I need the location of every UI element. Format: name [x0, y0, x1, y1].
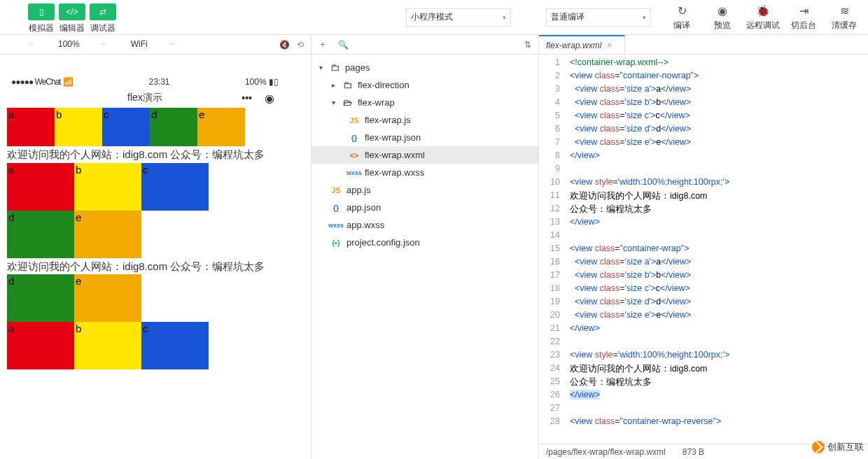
editor-tabs: flex-wrap.wxml× [539, 35, 868, 55]
mode-select[interactable]: 小程序模式▾ [406, 8, 511, 27]
tree-file-json[interactable]: {}flex-wrap.json [312, 129, 538, 146]
tree-file-wxml[interactable]: <>flex-wrap.wxml [312, 146, 538, 164]
box-d: d [7, 274, 74, 322]
background-icon: ⇥ [799, 3, 808, 18]
code-editor[interactable]: 1234567891011121314151617181920212223242… [539, 55, 868, 444]
welcome-text: 欢迎访问我的个人网站：idig8.com 公众号：编程坑太多 [7, 146, 283, 163]
remote-debug-button[interactable]: 🐞远程调试 [746, 3, 780, 31]
caret-down-icon: ﹀ [169, 41, 175, 48]
clear-cache-button[interactable]: ≋清缓存 [827, 3, 861, 31]
editor-label: 编辑器 [59, 22, 85, 34]
remote-debug-icon: 🐞 [756, 3, 770, 18]
simulator-content: a b c d e 欢迎访问我的个人网站：idig8.com 公众号：编程坑太多… [7, 108, 283, 369]
search-icon[interactable]: 🔍 [338, 40, 349, 50]
json-file-icon: {} [348, 134, 360, 142]
watermark: 创新互联 [812, 441, 864, 453]
chevron-down-icon: ▾ [317, 64, 324, 71]
tab-flex-wrap-wxml[interactable]: flex-wrap.wxml× [539, 35, 625, 54]
debugger-label: 调试器 [90, 22, 115, 34]
preview-button[interactable]: ◉预览 [706, 3, 739, 31]
js-file-icon: JS [330, 186, 342, 195]
caret-down-icon: ▾ [503, 14, 506, 21]
status-size: 873 B [682, 447, 704, 457]
box-e: e [74, 211, 141, 258]
box-a: a [7, 163, 74, 211]
compile-button[interactable]: ↻编译 [665, 3, 699, 31]
folder-icon: 🗀 [328, 62, 341, 73]
signal-text: ●●●●● WeChat [11, 77, 61, 87]
network-select[interactable]: WiFi﹀ [124, 39, 192, 50]
tree-file-app-wxss[interactable]: wxssapp.wxss [312, 216, 538, 234]
sort-icon[interactable]: ⇅ [524, 40, 531, 50]
box-b: b [74, 322, 141, 369]
wifi-icon: 📶 [63, 77, 74, 87]
js-file-icon: JS [348, 116, 360, 125]
preview-icon: ◉ [718, 3, 727, 18]
editor-button[interactable]: </> [59, 3, 85, 20]
wxss-file-icon: wxss [330, 222, 342, 229]
watermark-logo-icon [812, 441, 825, 453]
more-icon[interactable]: ••• [241, 92, 252, 104]
caret-down-icon: ﹀ [101, 41, 107, 48]
box-b: b [74, 163, 141, 211]
device-select[interactable]: ﹀ [0, 39, 51, 50]
chevron-down-icon: ▾ [330, 99, 337, 106]
mode-buttons: ▯模拟器 </>编辑器 ⇄调试器 [0, 1, 123, 34]
tree-file-project-config[interactable]: (•)project.config.json [312, 234, 538, 251]
box-e: e [197, 108, 245, 146]
flex-wrap-row: a b c d e [7, 163, 209, 258]
box-c: c [141, 163, 209, 211]
box-a: a [7, 322, 74, 369]
simulator-button[interactable]: ▯ [28, 3, 55, 20]
zoom-select[interactable]: 100%﹀ [51, 39, 124, 50]
tree-file-js[interactable]: JSflex-wrap.js [312, 111, 538, 129]
right-tools: ↻编译 ◉预览 🐞远程调试 ⇥切后台 ≋清缓存 [665, 3, 861, 31]
compile-select-value: 普通编译 [551, 11, 584, 23]
status-time: 23:31 [148, 77, 169, 87]
box-c: c [102, 108, 150, 146]
flex-nowrap-row: a b c d e [7, 108, 283, 146]
compile-icon: ↻ [678, 3, 687, 18]
box-d: d [150, 108, 197, 146]
folder-icon: 🗁 [341, 97, 354, 108]
mute-icon[interactable]: 🔇 [279, 40, 290, 50]
tree-file-app-json[interactable]: {}app.json [312, 199, 538, 216]
tree-file-wxss[interactable]: wxssflex-wrap.wxss [312, 164, 538, 181]
code-lines[interactable]: <!container-wrap.wxml--><view class="con… [567, 55, 729, 444]
box-e: e [74, 274, 141, 322]
cache-icon: ≋ [840, 3, 849, 18]
phone-nav-bar: flex演示 ••• ◉ [7, 88, 283, 108]
rotate-icon[interactable]: ⟲ [297, 40, 304, 50]
close-tab-icon[interactable]: × [607, 41, 612, 50]
welcome-text-2: 欢迎访问我的个人网站：idig8.com 公众号：编程坑太多 [7, 258, 283, 275]
phone-status-bar: ●●●●● WeChat 📶 23:31 100% ▮▯ [7, 76, 283, 88]
box-c: c [141, 322, 209, 369]
flex-wrap-reverse-row: a b c d e [7, 274, 209, 369]
battery-pct: 100% [245, 77, 267, 87]
caret-down-icon: ▾ [643, 14, 646, 21]
box-b: b [55, 108, 102, 146]
tree-folder-flex-direction[interactable]: ▸🗀flex-direction [312, 76, 538, 94]
battery-icon: ▮▯ [269, 77, 279, 87]
background-button[interactable]: ⇥切后台 [787, 3, 820, 31]
file-tree-panel: ＋ 🔍 ⇅ ▾🗀pages ▸🗀flex-direction ▾🗁flex-wr… [312, 35, 539, 459]
file-tree-toolbar: ＋ 🔍 ⇅ [312, 35, 538, 55]
compile-select[interactable]: 普通编译▾ [546, 8, 651, 27]
simulator-panel: ﹀ 100%﹀ WiFi﹀ 🔇⟲ ●●●●● WeChat 📶 23:31 10… [0, 35, 312, 459]
tree-folder-flex-wrap[interactable]: ▾🗁flex-wrap [312, 94, 538, 111]
page-title: flex演示 [127, 92, 162, 104]
phone-icon: ▯ [39, 7, 44, 17]
chevron-right-icon: ▸ [330, 81, 337, 89]
debugger-button[interactable]: ⇄ [90, 3, 116, 20]
file-tree: ▾🗀pages ▸🗀flex-direction ▾🗁flex-wrap JSf… [312, 55, 538, 255]
tree-folder-pages[interactable]: ▾🗀pages [312, 59, 538, 76]
tree-file-app-js[interactable]: JSapp.js [312, 181, 538, 199]
add-file-icon[interactable]: ＋ [318, 38, 327, 50]
line-gutter: 1234567891011121314151617181920212223242… [539, 55, 567, 444]
simulator-options-bar: ﹀ 100%﹀ WiFi﹀ 🔇⟲ [0, 35, 311, 55]
json-file-icon: {} [330, 204, 342, 212]
status-path: /pages/flex-wrap/flex-wrap.wxml [546, 447, 666, 457]
box-a: a [7, 108, 55, 146]
capsule-close-icon[interactable]: ◉ [265, 92, 274, 105]
folder-icon: 🗀 [341, 80, 354, 90]
